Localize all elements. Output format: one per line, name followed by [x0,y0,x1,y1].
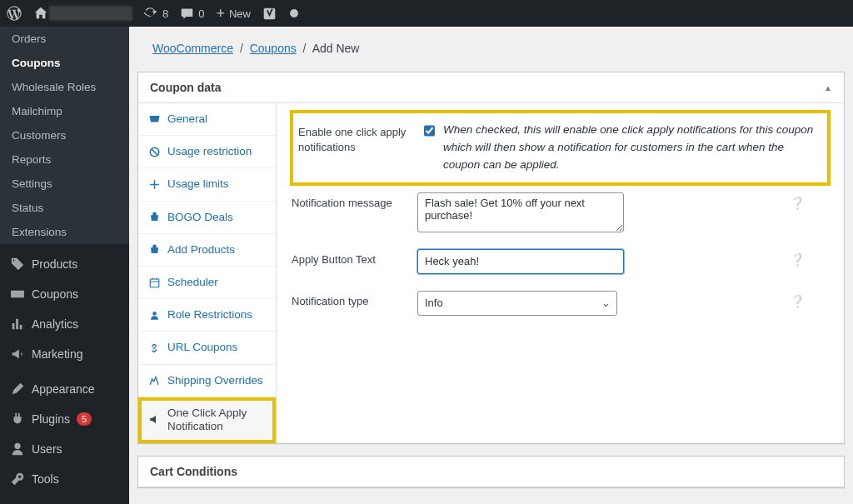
yoast-icon[interactable] [262,7,277,21]
sidebar-item-coupons[interactable]: Coupons [0,279,129,309]
coupon-tabs: General Usage restriction Usage limits B… [138,103,277,443]
comments-count: 0 [198,7,204,20]
button-text-input[interactable] [417,249,624,274]
updates-icon[interactable]: 8 [144,7,168,21]
tab-usage-restriction[interactable]: Usage restriction [138,136,276,168]
help-icon[interactable]: ❔ [790,252,806,267]
svg-rect-2 [12,291,23,297]
tab-general[interactable]: General [138,103,276,136]
extra-icon[interactable] [288,7,300,19]
home-icon[interactable] [33,6,132,21]
breadcrumb-woocommerce[interactable]: WooCommerce [152,42,233,55]
svg-rect-7 [150,279,159,287]
comments-icon[interactable]: 0 [180,7,204,21]
help-icon[interactable]: ❔ [790,294,806,309]
one-click-form: Enable one click apply notifications Whe… [277,103,844,443]
tab-one-click-apply[interactable]: One Click Apply Notification [138,397,276,443]
tab-bogo[interactable]: BOGO Deals [138,202,276,234]
sidebar-sub-orders[interactable]: Orders [0,27,129,51]
coupon-data-panel-header[interactable]: Coupon data ▲ [138,72,844,103]
coupon-data-panel: Coupon data ▲ General Usage restriction … [137,72,845,444]
tab-add-products[interactable]: Add Products [138,234,276,267]
cart-conditions-header[interactable]: Cart Conditions [138,457,844,487]
type-select[interactable]: Info [417,291,617,316]
sidebar-item-marketing[interactable]: Marketing [0,339,129,369]
row-enable: Enable one click apply notifications Whe… [292,112,829,184]
sidebar-sub-wholesale[interactable]: Wholesale Roles [0,75,129,99]
plugins-update-badge: 5 [77,412,92,426]
tab-shipping[interactable]: Shipping Overrides [138,365,276,397]
sidebar-item-tools[interactable]: Tools [0,464,129,494]
sidebar-item-settings-main[interactable]: Settings [0,494,129,504]
sidebar-sub-coupons[interactable]: Coupons [0,51,129,75]
main-content: WooCommerce / Coupons / Add New Coupon d… [129,27,853,504]
tab-url-coupons[interactable]: URL Coupons [138,332,276,364]
sidebar-sub-customers[interactable]: Customers [0,123,129,147]
collapse-icon: ▲ [824,83,832,92]
row-notification-type: Notification type Info ⌄ ❔ [292,282,829,324]
breadcrumb: WooCommerce / Coupons / Add New [129,27,853,65]
new-content[interactable]: +New [216,6,251,21]
tab-usage-limits[interactable]: Usage limits [138,168,276,201]
message-label: Notification message [292,192,404,211]
enable-label: Enable one click apply notifications [298,122,411,155]
sidebar-item-analytics[interactable]: Analytics [0,309,129,339]
type-label: Notification type [292,291,404,309]
row-message: Notification message Flash sale! Get 10%… [292,184,829,241]
message-textarea[interactable]: Flash sale! Get 10% off your next purcha… [417,192,624,232]
row-button-text: Apply Button Text ❔ [292,241,829,282]
button-text-label: Apply Button Text [292,249,404,267]
sidebar-item-products[interactable]: Products [0,249,129,279]
breadcrumb-coupons[interactable]: Coupons [250,42,297,55]
sidebar-item-appearance[interactable]: Appearance [0,374,129,404]
updates-count: 8 [162,7,168,20]
panel-title: Coupon data [150,81,222,94]
sidebar-sub-settings[interactable]: Settings [0,172,129,196]
cart-conditions-panel: Cart Conditions [137,456,845,488]
enable-description: When checked, this will enable one click… [443,122,822,174]
svg-point-1 [290,9,298,17]
sidebar-item-plugins[interactable]: Plugins5 [0,404,129,434]
breadcrumb-addnew: Add New [312,42,360,55]
help-icon[interactable]: ❔ [790,196,806,211]
admin-sidebar: Orders Coupons Wholesale Roles Mailchimp… [0,27,129,504]
panel-title: Cart Conditions [150,465,237,478]
sidebar-item-users[interactable]: Users [0,434,129,464]
enable-checkbox[interactable] [424,124,435,137]
admin-topbar: 8 0 +New [0,0,853,27]
tab-role-restrictions[interactable]: Role Restrictions [138,299,276,332]
sidebar-sub-status[interactable]: Status [0,196,129,220]
sidebar-sub-mailchimp[interactable]: Mailchimp [0,99,129,123]
sidebar-sub-reports[interactable]: Reports [0,147,129,172]
wordpress-logo[interactable] [7,6,22,21]
tab-scheduler[interactable]: Scheduler [138,267,276,299]
sidebar-sub-extensions[interactable]: Extensions [0,220,129,244]
